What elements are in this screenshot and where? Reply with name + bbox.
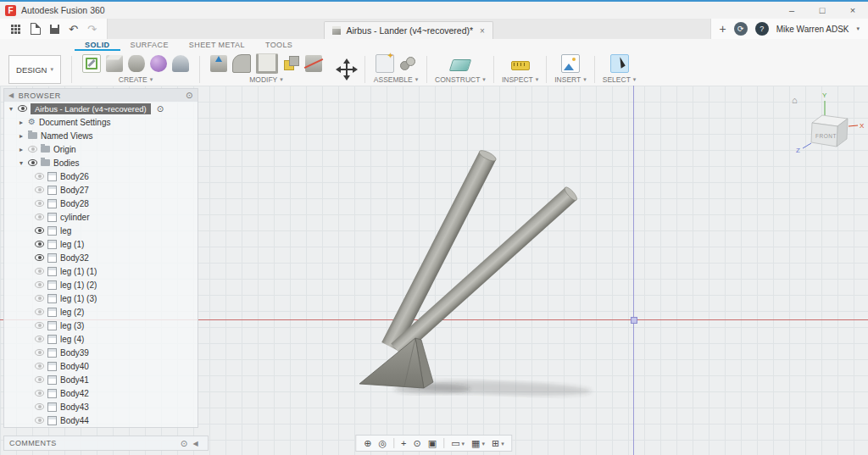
assemble-group-label[interactable]: ASSEMBLE ▾ bbox=[374, 75, 418, 84]
browser-body-row[interactable]: cylinder bbox=[4, 210, 198, 224]
browser-body-row[interactable]: Body41 bbox=[4, 373, 198, 386]
construction-plane-icon[interactable] bbox=[449, 59, 472, 71]
close-button[interactable]: × bbox=[837, 2, 868, 19]
move-tool[interactable] bbox=[331, 53, 363, 86]
visibility-eye-icon[interactable] bbox=[28, 159, 37, 166]
box-primitive-icon[interactable] bbox=[106, 55, 123, 72]
visibility-eye-icon[interactable] bbox=[28, 146, 37, 153]
insert-group-label[interactable]: INSERT ▾ bbox=[554, 75, 587, 84]
orbit-icon[interactable]: ⊕ bbox=[364, 439, 371, 448]
visibility-eye-icon[interactable] bbox=[35, 336, 44, 342]
browser-body-row[interactable]: leg (1) bbox=[4, 237, 198, 251]
app-grid-icon[interactable] bbox=[10, 24, 21, 35]
browser-body-row[interactable]: leg (1) (2) bbox=[4, 278, 198, 291]
tab-close-icon[interactable]: × bbox=[480, 26, 485, 36]
browser-body-row[interactable]: leg (1) (3) bbox=[4, 291, 198, 305]
root-document-label[interactable]: Airbus - Lander (v4~recovered) bbox=[31, 103, 151, 114]
browser-body-row[interactable]: leg (4) bbox=[4, 332, 198, 346]
browser-body-row[interactable]: Body28 bbox=[4, 197, 198, 210]
viewports-icon[interactable]: ⊞ ▾ bbox=[492, 439, 504, 448]
construct-group-label[interactable]: CONSTRUCT ▾ bbox=[435, 75, 486, 84]
expand-icon[interactable]: ▾ bbox=[18, 159, 25, 167]
new-document-tab-button[interactable]: + bbox=[720, 22, 726, 36]
pan-icon[interactable]: + bbox=[401, 439, 406, 448]
visibility-eye-icon[interactable] bbox=[35, 376, 44, 383]
visibility-eye-icon[interactable] bbox=[35, 281, 44, 288]
ribbon-tab[interactable]: TOOLS bbox=[255, 39, 303, 51]
collapse-panel-icon[interactable]: ◀ bbox=[8, 92, 14, 99]
workspace-selector[interactable]: DESIGN ▾ bbox=[8, 55, 61, 84]
visibility-eye-icon[interactable] bbox=[18, 105, 27, 112]
browser-body-row[interactable]: leg (3) bbox=[4, 319, 198, 332]
user-menu-caret-icon[interactable]: ▾ bbox=[856, 25, 860, 32]
browser-body-row[interactable]: Body40 bbox=[4, 359, 198, 373]
help-icon[interactable]: ? bbox=[755, 22, 769, 36]
expand-icon[interactable]: ▸ bbox=[18, 146, 25, 153]
measure-icon[interactable] bbox=[511, 61, 530, 70]
ribbon-tab[interactable]: SHEET METAL bbox=[179, 39, 255, 51]
visibility-eye-icon[interactable] bbox=[35, 295, 44, 302]
browser-body-row[interactable]: Body43 bbox=[4, 400, 198, 413]
view-cube[interactable]: ⌂ Y FRONT X Z bbox=[785, 89, 865, 157]
minimize-button[interactable]: – bbox=[776, 2, 807, 19]
comments-collapse-icon[interactable]: ◀ bbox=[192, 440, 198, 447]
panel-options-icon[interactable]: ⊙ bbox=[186, 91, 193, 100]
visibility-eye-icon[interactable] bbox=[35, 322, 44, 329]
grid-layout-icon[interactable]: ▦ ▾ bbox=[471, 439, 485, 448]
home-icon[interactable]: ⌂ bbox=[792, 95, 798, 105]
extrude-icon[interactable] bbox=[128, 55, 145, 72]
shell-icon[interactable] bbox=[256, 53, 278, 74]
expand-icon[interactable]: ▸ bbox=[18, 132, 25, 140]
zoom-icon[interactable]: ⊙ bbox=[414, 439, 421, 448]
maximize-button[interactable]: □ bbox=[807, 2, 837, 19]
create-group-label[interactable]: CREATE ▾ bbox=[119, 75, 153, 84]
insert-canvas-icon[interactable] bbox=[561, 54, 580, 73]
visibility-eye-icon[interactable] bbox=[35, 241, 44, 247]
expand-icon[interactable]: ▸ bbox=[18, 119, 25, 126]
visibility-eye-icon[interactable] bbox=[35, 254, 44, 261]
combine-icon[interactable] bbox=[283, 55, 300, 72]
browser-body-row[interactable]: leg (2) bbox=[4, 305, 198, 319]
create-sketch-icon[interactable] bbox=[82, 54, 101, 73]
visibility-eye-icon[interactable] bbox=[35, 349, 44, 356]
new-component-icon[interactable] bbox=[376, 54, 394, 73]
visibility-eye-icon[interactable] bbox=[35, 308, 44, 315]
visibility-eye-icon[interactable] bbox=[35, 186, 44, 193]
browser-row-bodies[interactable]: ▾ Bodies bbox=[4, 156, 198, 169]
browser-body-row[interactable]: leg (1) (1) bbox=[4, 264, 198, 278]
browser-body-row[interactable]: Body27 bbox=[4, 183, 198, 197]
redo-button[interactable]: ↷ bbox=[87, 24, 97, 35]
revolve-icon[interactable] bbox=[172, 55, 189, 72]
fillet-icon[interactable] bbox=[232, 54, 251, 73]
browser-row-origin[interactable]: ▸ Origin bbox=[4, 142, 198, 156]
display-settings-icon[interactable]: ▭ ▾ bbox=[451, 439, 465, 448]
visibility-eye-icon[interactable] bbox=[35, 390, 44, 397]
split-body-icon[interactable] bbox=[305, 55, 322, 72]
job-status-icon[interactable]: ⟳ bbox=[734, 22, 748, 36]
browser-body-row[interactable]: Body32 bbox=[4, 251, 198, 264]
press-pull-icon[interactable] bbox=[210, 55, 227, 72]
inspect-group-label[interactable]: INSPECT ▾ bbox=[502, 75, 538, 84]
fit-view-icon[interactable]: ▣ bbox=[428, 439, 437, 448]
select-cursor-icon[interactable] bbox=[610, 54, 629, 73]
visibility-eye-icon[interactable] bbox=[35, 417, 44, 424]
visibility-eye-icon[interactable] bbox=[35, 200, 44, 207]
browser-body-row[interactable]: Body39 bbox=[4, 346, 198, 359]
activate-radio-icon[interactable]: ⊙ bbox=[157, 104, 164, 114]
look-at-icon[interactable]: ◎ bbox=[378, 439, 387, 448]
browser-root-row[interactable]: ▾ Airbus - Lander (v4~recovered) ⊙ bbox=[4, 102, 198, 115]
ribbon-tab[interactable]: SURFACE bbox=[120, 39, 179, 51]
modify-group-label[interactable]: MODIFY ▾ bbox=[249, 75, 283, 84]
joint-icon[interactable] bbox=[399, 55, 416, 72]
visibility-eye-icon[interactable] bbox=[35, 173, 44, 180]
visibility-eye-icon[interactable] bbox=[35, 268, 44, 275]
user-name[interactable]: Mike Warren ADSK bbox=[776, 25, 849, 34]
save-icon[interactable] bbox=[50, 25, 59, 34]
expand-icon[interactable]: ▾ bbox=[8, 105, 14, 113]
browser-header[interactable]: ◀ BROWSER ⊙ bbox=[4, 89, 198, 102]
comments-bar[interactable]: COMMENTS ⊙ ◀ bbox=[3, 436, 209, 451]
ribbon-tab[interactable]: SOLID bbox=[75, 39, 120, 51]
browser-body-row[interactable]: Body26 bbox=[4, 169, 198, 183]
browser-body-row[interactable]: Body44 bbox=[4, 413, 198, 427]
browser-row-document-settings[interactable]: ▸ ⚙ Document Settings bbox=[4, 115, 198, 129]
